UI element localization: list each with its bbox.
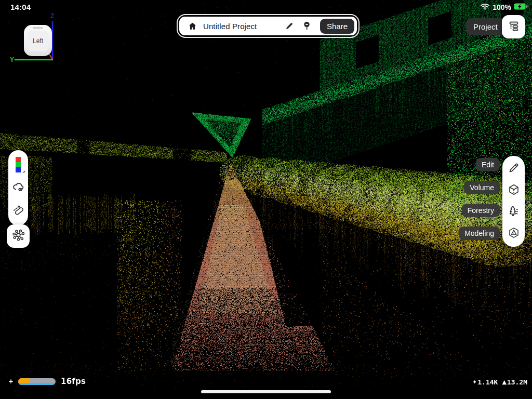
home-icon[interactable] [185, 19, 199, 33]
edit-label[interactable]: Edit [476, 158, 500, 171]
progress-underline [18, 383, 56, 385]
home-indicator[interactable] [201, 390, 331, 393]
gizmo-cube-top-edge [33, 27, 43, 29]
project-structure-button[interactable] [502, 15, 525, 38]
axis-z-label: Z [50, 12, 54, 20]
project-title[interactable]: Untitled Project [203, 22, 278, 31]
view-gizmo[interactable]: Z Y Left [5, 15, 63, 64]
points-icon: ✦ [472, 379, 477, 385]
left-toolbar [8, 150, 28, 225]
project-button[interactable]: Project [466, 18, 505, 35]
forestry-tool-button[interactable] [506, 204, 522, 220]
volume-tool-button[interactable] [506, 183, 522, 198]
cloud-eye-icon [12, 181, 25, 194]
fps-counter: 16fps [61, 377, 86, 386]
mesh-icon [508, 227, 520, 241]
battery-charging-icon [514, 3, 528, 12]
status-cluster: 100% [480, 3, 528, 12]
project-title-bar: Untitled Project Share [177, 14, 360, 38]
ruler-icon [12, 203, 25, 218]
gizmo-cube[interactable]: Left [24, 25, 52, 56]
triangles-icon: ▲ [502, 379, 506, 385]
gizmo-cube-face: Left [28, 31, 48, 51]
cloud-visibility-button[interactable] [10, 179, 26, 196]
expand-corner-tick [23, 170, 25, 173]
zoom-plus-glyph[interactable]: + [9, 377, 13, 385]
wifi-icon [480, 3, 490, 12]
share-button[interactable]: Share [320, 19, 354, 34]
edit-tool-button[interactable] [506, 161, 522, 177]
pencil-icon [508, 162, 520, 176]
project-structure-icon [508, 20, 520, 34]
lightbulb-icon[interactable] [300, 19, 314, 33]
project-title-bar-inner: Untitled Project Share [179, 17, 357, 35]
points-count: 1.14K [477, 378, 498, 386]
tree-icon [508, 205, 520, 219]
rename-pencil-icon[interactable] [283, 19, 296, 33]
modeling-label[interactable]: Modeling [459, 227, 500, 240]
scan-progress-bar [18, 378, 56, 385]
node-graph-button[interactable] [7, 224, 30, 248]
forestry-label[interactable]: Forestry [462, 204, 500, 217]
battery-percentage: 100% [493, 3, 511, 11]
clock: 14:04 [10, 3, 31, 11]
triangles-count: 13.2M [507, 378, 527, 386]
measure-button[interactable] [10, 203, 26, 219]
modeling-tool-button[interactable] [506, 226, 522, 242]
gizmo-face-label: Left [33, 37, 43, 45]
scan-stats: ✦ 1.14K ▲ 13.2M [472, 378, 527, 386]
rgb-gradient-icon [16, 157, 21, 172]
axis-y-label: Y [10, 56, 14, 63]
color-mode-button[interactable] [10, 156, 26, 173]
volume-label[interactable]: Volume [464, 181, 500, 194]
right-toolbar [502, 156, 525, 247]
point-cloud-viewport[interactable] [0, 0, 532, 399]
node-graph-icon [11, 228, 25, 244]
scanner-app: 14:04 100% Untitled Project [0, 0, 532, 399]
cube-icon [508, 183, 520, 198]
